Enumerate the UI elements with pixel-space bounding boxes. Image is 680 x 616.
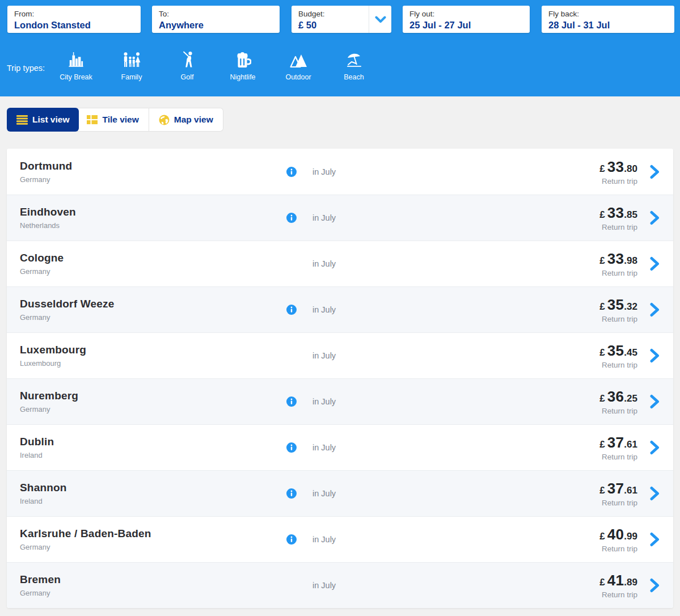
fly-back-field[interactable]: Fly back: 28 Jul - 31 Jul	[542, 6, 674, 33]
country-name: Germany	[20, 589, 286, 597]
fly-out-label: Fly out:	[409, 10, 523, 19]
result-row[interactable]: Karlsruhe / Baden-Baden Germany in July …	[7, 516, 673, 562]
chevron-right-icon	[650, 486, 660, 501]
month-note: in July	[312, 581, 336, 590]
trip-type-outdoor[interactable]: Outdoor	[271, 50, 326, 81]
trip-type-label: Outdoor	[285, 73, 311, 81]
price-currency: £	[599, 393, 605, 404]
list-view-icon	[16, 115, 28, 125]
fly-back-value: 28 Jul - 31 Jul	[548, 20, 668, 31]
fly-out-field[interactable]: Fly out: 25 Jul - 27 Jul	[403, 6, 530, 33]
country-name: Netherlands	[20, 221, 286, 230]
result-row[interactable]: Dublin Ireland in July £37.61 Return tri…	[7, 424, 673, 470]
family-icon	[123, 50, 141, 68]
to-field[interactable]: To: Anywhere	[152, 6, 280, 33]
info-icon[interactable]	[286, 213, 297, 223]
info-icon[interactable]	[286, 167, 297, 177]
price-major: 33	[607, 250, 624, 268]
month-note: in July	[312, 213, 336, 222]
result-row[interactable]: Nuremberg Germany in July £36.25 Return …	[7, 378, 673, 424]
info-icon[interactable]	[286, 488, 297, 499]
price-currency: £	[599, 485, 605, 496]
price-major: 41	[607, 572, 624, 589]
price-major: 33	[607, 204, 624, 222]
city-name: Dublin	[20, 436, 286, 448]
destination: Nuremberg Germany	[20, 390, 286, 414]
search-fields: From: London Stansted To: Anywhere Budge…	[0, 0, 680, 33]
from-value: London Stansted	[14, 20, 134, 31]
trip-type-label: Return trip	[599, 315, 637, 323]
row-chevron-button[interactable]	[650, 256, 660, 271]
chevron-right-icon	[650, 210, 660, 225]
row-chevron-button[interactable]	[650, 486, 660, 501]
budget-dropdown-toggle[interactable]	[369, 6, 391, 33]
tab-tile-view[interactable]: Tile view	[77, 108, 149, 132]
city-name: Dusseldorf Weeze	[20, 298, 286, 310]
to-label: To:	[159, 10, 273, 19]
destination: Luxembourg Luxembourg	[20, 344, 286, 368]
result-row[interactable]: Bremen Germany in July £41.89 Return tri…	[7, 562, 673, 608]
row-chevron-button[interactable]	[650, 210, 660, 225]
result-row[interactable]: Luxembourg Luxembourg in July £35.45 Ret…	[7, 332, 673, 378]
trip-type-nightlife[interactable]: Nightlife	[215, 50, 271, 81]
budget-field[interactable]: Budget: £ 50	[292, 6, 391, 33]
result-row[interactable]: Shannon Ireland in July £37.61 Return tr…	[7, 470, 673, 516]
fly-back-label: Fly back:	[548, 10, 668, 19]
tab-map-view[interactable]: Map view	[149, 108, 223, 132]
row-chevron-button[interactable]	[650, 164, 660, 179]
trip-type-golf[interactable]: Golf	[159, 50, 215, 81]
month-note: in July	[312, 259, 336, 268]
chevron-right-icon	[650, 440, 660, 455]
trip-type-label: Return trip	[599, 545, 637, 553]
from-field[interactable]: From: London Stansted	[7, 6, 141, 33]
trip-type-label: Return trip	[599, 407, 637, 415]
budget-value: £ 50	[298, 20, 365, 31]
price-currency: £	[599, 531, 605, 542]
country-name: Ireland	[20, 451, 286, 459]
trip-type-family[interactable]: Family	[104, 50, 159, 81]
month-note: in July	[312, 443, 336, 452]
fly-out-value: 25 Jul - 27 Jul	[409, 20, 523, 31]
row-chevron-button[interactable]	[650, 394, 660, 409]
info-icon[interactable]	[286, 305, 297, 315]
trip-type-city-break[interactable]: City Break	[48, 50, 104, 81]
chevron-right-icon	[650, 394, 660, 409]
city-name: Eindhoven	[20, 206, 286, 218]
result-row[interactable]: Dortmund Germany in July £33.80 Return t…	[7, 149, 673, 195]
destination: Eindhoven Netherlands	[20, 206, 286, 230]
row-chevron-button[interactable]	[650, 440, 660, 455]
outdoor-icon	[289, 50, 307, 68]
tab-label: List view	[32, 115, 69, 125]
country-name: Germany	[20, 543, 286, 551]
tab-list-view[interactable]: List view	[7, 108, 79, 132]
row-chevron-button[interactable]	[650, 578, 660, 593]
trip-type-label: Return trip	[599, 590, 637, 599]
result-row[interactable]: Dusseldorf Weeze Germany in July £35.32 …	[7, 286, 673, 332]
price-block: £36.25 Return trip	[599, 388, 637, 415]
budget-label: Budget:	[298, 10, 365, 19]
nightlife-icon	[234, 50, 251, 68]
city-break-icon	[67, 50, 85, 68]
info-icon[interactable]	[286, 534, 297, 545]
row-chevron-button[interactable]	[650, 532, 660, 547]
row-chevron-button[interactable]	[650, 348, 660, 363]
price-major: 40	[607, 526, 624, 543]
price-block: £37.61 Return trip	[599, 434, 637, 461]
month-note: in July	[312, 489, 336, 498]
price-currency: £	[599, 301, 605, 313]
info-icon[interactable]	[286, 442, 297, 453]
price-block: £35.32 Return trip	[599, 296, 637, 323]
price-major: 36	[607, 388, 624, 406]
price-block: £35.45 Return trip	[599, 342, 637, 369]
to-value: Anywhere	[159, 20, 273, 31]
row-chevron-button[interactable]	[650, 302, 660, 317]
tab-label: Map view	[174, 115, 213, 125]
trip-type-label: Beach	[344, 73, 364, 81]
result-row[interactable]: Cologne Germany in July £33.98 Return tr…	[7, 241, 673, 286]
price-block: £33.85 Return trip	[599, 204, 637, 231]
destination: Bremen Germany	[20, 573, 286, 597]
price-minor: .45	[624, 347, 637, 358]
info-icon[interactable]	[286, 396, 297, 407]
trip-type-beach[interactable]: Beach	[326, 50, 382, 81]
result-row[interactable]: Eindhoven Netherlands in July £33.85 Ret…	[7, 195, 673, 241]
